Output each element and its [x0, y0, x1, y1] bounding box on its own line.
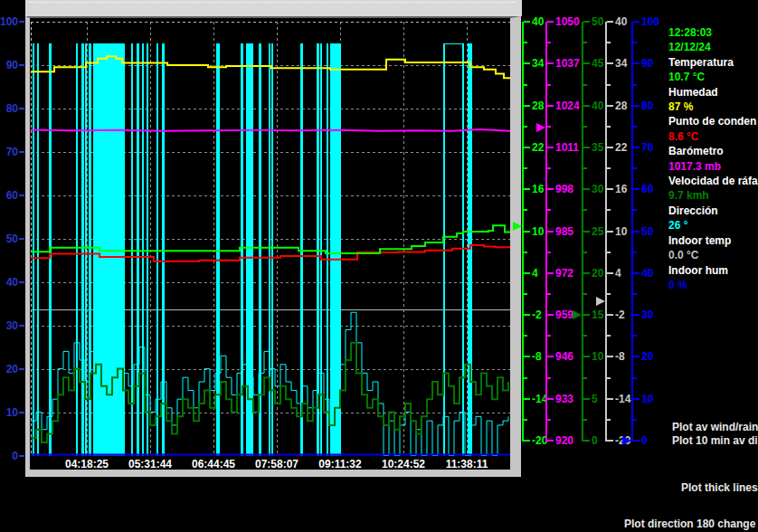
- wind-speed-scale-major-tick: [583, 188, 590, 190]
- barometer-scale-minor-tick: [547, 377, 551, 379]
- temperature-scale-tick-label: 22: [532, 143, 544, 152]
- readout-indoor-temp-value: 0.0 °C: [668, 248, 758, 262]
- indoor-temp-scale-major-tick: [607, 314, 613, 316]
- percent-axis-tick: [19, 108, 24, 109]
- option-plot-10-min-av-dir[interactable]: Plot 10 min av dir: [672, 434, 758, 447]
- readout-gust-value: 9.7 kmh: [668, 188, 758, 203]
- indoor-humidity-scale-tick-label: 20: [641, 352, 653, 361]
- wind-speed-scale-major-tick: [583, 62, 590, 64]
- indoor-temp-scale-minor-tick: [607, 419, 611, 421]
- barometer-scale-minor-tick: [547, 335, 551, 337]
- temperature-scale-major-tick: [524, 272, 530, 274]
- indoor-humidity-scale-minor-tick: [633, 167, 637, 169]
- indoor-temp-scale-major-tick: [607, 231, 613, 233]
- indoor-humidity-scale-major-tick: [633, 398, 640, 400]
- temperature-scale-tick-label: 40: [532, 17, 544, 26]
- wind-speed-scale-minor-tick: [583, 126, 587, 128]
- indoor-temp-scale-current-value-arrow: [596, 297, 605, 306]
- indoor-humidity-scale-minor-tick: [633, 42, 637, 43]
- percent-axis-tick: [19, 368, 24, 370]
- indoor-temp-scale-major-tick: [607, 188, 613, 190]
- indoor-humidity-scale-minor-tick: [633, 419, 637, 421]
- barometer-scale-tick-label: 1024: [555, 101, 580, 110]
- indoor-humidity-scale-major-tick: [633, 147, 640, 148]
- barometer-scale-tick-label: 1037: [555, 59, 580, 68]
- percent-axis-tick-label: 20: [0, 365, 18, 374]
- option-plot-av-wind-rain[interactable]: Plot av wind/rain: [672, 421, 758, 433]
- indoor-temp-scale-minor-tick: [607, 335, 611, 337]
- indoor-humidity-scale-major-tick: [633, 272, 640, 274]
- temperature-scale-major-tick: [524, 188, 530, 190]
- readout-temperature-value: 10.7 °C: [668, 70, 758, 84]
- percent-axis-tick: [19, 238, 24, 240]
- wind-speed-scale-minor-tick: [583, 167, 587, 169]
- percent-axis-tick-label: 70: [0, 147, 18, 157]
- wind-speed-scale-tick-label: 25: [592, 227, 603, 236]
- wind-speed-scale-minor-tick: [583, 377, 587, 379]
- indoor-temp-scale-tick-label: 4: [615, 269, 621, 278]
- temperature-scale-minor-tick: [524, 84, 527, 86]
- indoor-humidity-scale-tick-label: 30: [641, 310, 653, 319]
- wind-speed-scale-major-tick: [583, 231, 590, 233]
- indoor-humidity-scale-current-value-arrow: [622, 436, 631, 445]
- indoor-temp-scale-tick-label: 34: [615, 59, 627, 68]
- temperature-scale-minor-tick: [524, 377, 527, 379]
- temperature-scale-tick-label: -8: [532, 352, 542, 361]
- wind-speed-scale-minor-tick: [583, 293, 587, 295]
- barometer-scale-minor-tick: [547, 419, 551, 421]
- temperature-scale-major-tick: [524, 105, 530, 107]
- wind-speed-scale-major-tick: [583, 398, 590, 400]
- wind-speed-scale-minor-tick: [583, 84, 587, 86]
- indoor-temp-scale-tick-label: 10: [615, 227, 627, 236]
- indoor-humidity-scale-tick-label: 0: [641, 436, 648, 445]
- readout-indoor-hum-value: 0 %: [668, 278, 758, 292]
- barometer-scale-minor-tick: [547, 126, 551, 128]
- option-plot-direction-180-change[interactable]: Plot direction 180 change: [624, 518, 755, 530]
- indoor-humidity-scale-tick-label: 70: [641, 143, 653, 152]
- wind-speed-scale-tick-label: 5: [592, 394, 598, 404]
- barometer-scale-major-tick: [547, 272, 554, 274]
- wind-speed-scale-tick-label: 10: [592, 352, 603, 361]
- wind-speed-scale-minor-tick: [583, 252, 587, 253]
- temperature-scale-minor-tick: [524, 42, 527, 43]
- readout-humidity-label: Humedad: [668, 85, 758, 100]
- time-axis-label: 06:44:45: [192, 458, 235, 470]
- wind-speed-scale-tick-label: 45: [592, 59, 603, 68]
- indoor-temp-scale-minor-tick: [607, 377, 611, 379]
- readout-date: 12/12/24: [668, 40, 758, 54]
- indoor-temp-scale-major-tick: [607, 272, 613, 274]
- barometer-scale-tick-label: 946: [555, 352, 573, 361]
- indoor-humidity-scale-tick-label: 60: [641, 185, 653, 194]
- percent-axis-tick-label: 90: [0, 61, 18, 70]
- indoor-humidity-scale-major-tick: [633, 440, 640, 442]
- indoor-humidity-scale-tick-label: 100: [641, 17, 659, 26]
- percent-axis-tick: [19, 325, 24, 327]
- wind-speed-scale-minor-tick: [583, 209, 587, 211]
- indoor-temp-scale-tick-label: 22: [615, 143, 627, 152]
- temperature-scale-major-tick: [524, 62, 530, 64]
- indoor-temp-scale-major-tick: [607, 440, 613, 442]
- percent-axis-tick-label: 0: [0, 451, 18, 461]
- wind-speed-scale-tick-label: 15: [592, 310, 603, 319]
- barometer-scale-tick-label: 998: [555, 185, 573, 194]
- barometer-scale-major-tick: [547, 188, 554, 190]
- barometer-scale-current-value-arrow: [536, 123, 545, 132]
- indoor-humidity-scale-tick-label: 90: [641, 59, 653, 68]
- time-axis-label: 07:58:07: [255, 458, 298, 470]
- temperature-scale-tick-label: 28: [532, 101, 544, 110]
- barometer-scale-major-tick: [547, 21, 554, 23]
- indoor-humidity-scale-tick-label: 40: [641, 269, 653, 278]
- indoor-humidity-scale-tick-label: 50: [641, 227, 653, 236]
- option-plot-thick-lines[interactable]: Plot thick lines: [681, 481, 758, 494]
- readout-direction-label: Dirección: [668, 204, 758, 218]
- percent-axis-tick: [19, 64, 24, 66]
- barometer-scale-tick-label: 933: [555, 394, 573, 404]
- barometer-scale-tick-label: 1011: [555, 143, 579, 152]
- indoor-humidity-scale-minor-tick: [633, 126, 637, 128]
- temperature-scale-minor-tick: [524, 126, 527, 128]
- indoor-temp-scale-minor-tick: [607, 293, 611, 295]
- temperature-scale-major-tick: [524, 147, 530, 148]
- readout-gust-label: Velocidad de ráfa: [668, 174, 758, 188]
- temperature-scale-tick-label: 10: [532, 227, 544, 236]
- wind-speed-scale-tick-label: 0: [592, 436, 598, 445]
